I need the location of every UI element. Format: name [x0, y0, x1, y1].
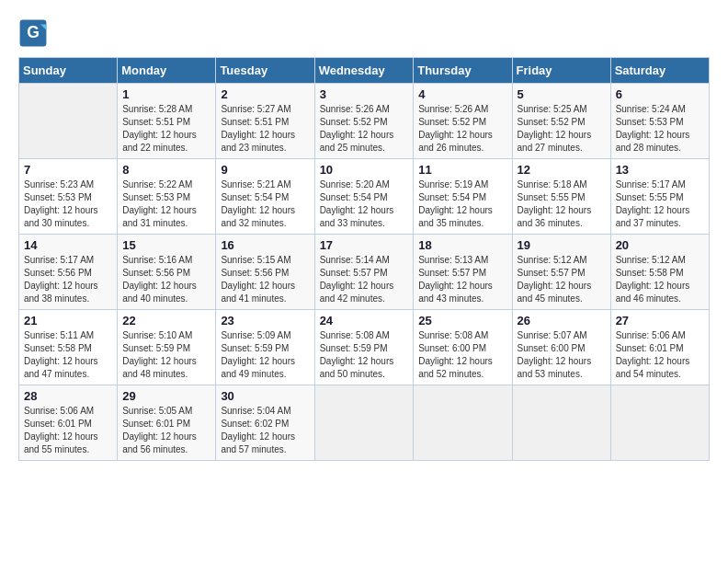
day-info: Sunrise: 5:13 AM Sunset: 5:57 PM Dayligh…	[418, 254, 506, 305]
day-info: Sunrise: 5:09 AM Sunset: 5:59 PM Dayligh…	[221, 329, 309, 381]
day-info: Sunrise: 5:25 AM Sunset: 5:52 PM Dayligh…	[518, 103, 606, 155]
calendar-cell: 14Sunrise: 5:17 AM Sunset: 5:56 PM Dayli…	[19, 235, 118, 310]
logo: G	[18, 18, 51, 48]
day-number: 18	[418, 238, 506, 252]
day-number: 5	[518, 87, 606, 101]
day-info: Sunrise: 5:16 AM Sunset: 5:56 PM Dayligh…	[122, 254, 210, 305]
day-number: 8	[122, 163, 210, 177]
day-info: Sunrise: 5:08 AM Sunset: 5:59 PM Dayligh…	[320, 329, 409, 381]
day-number: 21	[24, 314, 112, 327]
header-day: Saturday	[610, 58, 709, 84]
calendar-cell: 15Sunrise: 5:16 AM Sunset: 5:56 PM Dayli…	[118, 235, 216, 310]
header-row: SundayMondayTuesdayWednesdayThursdayFrid…	[19, 58, 710, 84]
calendar-header: SundayMondayTuesdayWednesdayThursdayFrid…	[19, 58, 710, 84]
calendar-cell	[512, 385, 610, 461]
day-number: 1	[122, 87, 210, 101]
calendar-cell: 4Sunrise: 5:26 AM Sunset: 5:52 PM Daylig…	[414, 84, 512, 159]
day-info: Sunrise: 5:06 AM Sunset: 6:01 PM Dayligh…	[616, 329, 704, 381]
day-info: Sunrise: 5:05 AM Sunset: 6:01 PM Dayligh…	[122, 405, 210, 456]
day-info: Sunrise: 5:12 AM Sunset: 5:58 PM Dayligh…	[616, 254, 704, 305]
calendar-cell: 25Sunrise: 5:08 AM Sunset: 6:00 PM Dayli…	[414, 310, 512, 385]
day-info: Sunrise: 5:27 AM Sunset: 5:51 PM Dayligh…	[221, 103, 309, 155]
day-number: 12	[518, 163, 606, 177]
day-number: 15	[122, 238, 210, 252]
calendar-week-row: 14Sunrise: 5:17 AM Sunset: 5:56 PM Dayli…	[19, 235, 710, 310]
calendar-cell	[610, 385, 709, 461]
day-info: Sunrise: 5:08 AM Sunset: 6:00 PM Dayligh…	[418, 329, 506, 381]
calendar-cell: 17Sunrise: 5:14 AM Sunset: 5:57 PM Dayli…	[314, 235, 414, 310]
day-info: Sunrise: 5:15 AM Sunset: 5:56 PM Dayligh…	[221, 254, 309, 305]
calendar-cell: 11Sunrise: 5:19 AM Sunset: 5:54 PM Dayli…	[414, 159, 512, 235]
day-info: Sunrise: 5:04 AM Sunset: 6:02 PM Dayligh…	[221, 405, 309, 456]
calendar-cell: 16Sunrise: 5:15 AM Sunset: 5:56 PM Dayli…	[216, 235, 314, 310]
day-info: Sunrise: 5:21 AM Sunset: 5:54 PM Dayligh…	[221, 178, 309, 230]
calendar-body: 1Sunrise: 5:28 AM Sunset: 5:51 PM Daylig…	[19, 84, 710, 461]
day-number: 10	[320, 163, 409, 177]
day-number: 4	[418, 87, 506, 101]
logo-icon: G	[18, 18, 48, 48]
calendar-cell: 6Sunrise: 5:24 AM Sunset: 5:53 PM Daylig…	[610, 84, 709, 159]
page-header: G	[18, 18, 710, 48]
day-number: 23	[221, 314, 309, 327]
day-info: Sunrise: 5:18 AM Sunset: 5:55 PM Dayligh…	[518, 178, 606, 230]
day-number: 19	[518, 238, 606, 252]
day-number: 13	[616, 163, 704, 177]
day-info: Sunrise: 5:24 AM Sunset: 5:53 PM Dayligh…	[616, 103, 704, 155]
day-info: Sunrise: 5:14 AM Sunset: 5:57 PM Dayligh…	[320, 254, 409, 305]
calendar-cell: 20Sunrise: 5:12 AM Sunset: 5:58 PM Dayli…	[610, 235, 709, 310]
calendar-cell: 24Sunrise: 5:08 AM Sunset: 5:59 PM Dayli…	[314, 310, 414, 385]
calendar-week-row: 28Sunrise: 5:06 AM Sunset: 6:01 PM Dayli…	[19, 385, 710, 461]
calendar-cell: 26Sunrise: 5:07 AM Sunset: 6:00 PM Dayli…	[512, 310, 610, 385]
day-number: 17	[320, 238, 409, 252]
day-info: Sunrise: 5:28 AM Sunset: 5:51 PM Dayligh…	[122, 103, 210, 155]
calendar-cell: 28Sunrise: 5:06 AM Sunset: 6:01 PM Dayli…	[19, 385, 118, 461]
day-number: 22	[122, 314, 210, 327]
day-info: Sunrise: 5:07 AM Sunset: 6:00 PM Dayligh…	[518, 329, 606, 381]
day-number: 2	[221, 87, 309, 101]
calendar-cell	[19, 84, 118, 159]
day-info: Sunrise: 5:19 AM Sunset: 5:54 PM Dayligh…	[418, 178, 506, 230]
day-info: Sunrise: 5:26 AM Sunset: 5:52 PM Dayligh…	[320, 103, 409, 155]
calendar-cell: 30Sunrise: 5:04 AM Sunset: 6:02 PM Dayli…	[216, 385, 314, 461]
day-info: Sunrise: 5:12 AM Sunset: 5:57 PM Dayligh…	[518, 254, 606, 305]
calendar-cell: 23Sunrise: 5:09 AM Sunset: 5:59 PM Dayli…	[216, 310, 314, 385]
day-info: Sunrise: 5:17 AM Sunset: 5:56 PM Dayligh…	[24, 254, 112, 305]
day-number: 25	[418, 314, 506, 327]
calendar-cell: 22Sunrise: 5:10 AM Sunset: 5:59 PM Dayli…	[118, 310, 216, 385]
day-info: Sunrise: 5:20 AM Sunset: 5:54 PM Dayligh…	[320, 178, 409, 230]
day-number: 7	[24, 163, 112, 177]
calendar-cell: 10Sunrise: 5:20 AM Sunset: 5:54 PM Dayli…	[314, 159, 414, 235]
calendar-cell: 21Sunrise: 5:11 AM Sunset: 5:58 PM Dayli…	[19, 310, 118, 385]
calendar-cell: 2Sunrise: 5:27 AM Sunset: 5:51 PM Daylig…	[216, 84, 314, 159]
calendar-week-row: 1Sunrise: 5:28 AM Sunset: 5:51 PM Daylig…	[19, 84, 710, 159]
day-info: Sunrise: 5:06 AM Sunset: 6:01 PM Dayligh…	[24, 405, 112, 456]
calendar-cell: 7Sunrise: 5:23 AM Sunset: 5:53 PM Daylig…	[19, 159, 118, 235]
header-day: Sunday	[19, 58, 118, 84]
calendar-cell: 13Sunrise: 5:17 AM Sunset: 5:55 PM Dayli…	[610, 159, 709, 235]
day-info: Sunrise: 5:23 AM Sunset: 5:53 PM Dayligh…	[24, 178, 112, 230]
calendar-table: SundayMondayTuesdayWednesdayThursdayFrid…	[18, 57, 710, 461]
day-number: 30	[221, 389, 309, 403]
day-number: 11	[418, 163, 506, 177]
calendar-cell: 12Sunrise: 5:18 AM Sunset: 5:55 PM Dayli…	[512, 159, 610, 235]
calendar-week-row: 7Sunrise: 5:23 AM Sunset: 5:53 PM Daylig…	[19, 159, 710, 235]
day-number: 28	[24, 389, 112, 403]
header-day: Thursday	[414, 58, 512, 84]
day-number: 16	[221, 238, 309, 252]
day-number: 20	[616, 238, 704, 252]
header-day: Monday	[118, 58, 216, 84]
day-info: Sunrise: 5:11 AM Sunset: 5:58 PM Dayligh…	[24, 329, 112, 381]
calendar-cell: 5Sunrise: 5:25 AM Sunset: 5:52 PM Daylig…	[512, 84, 610, 159]
day-number: 29	[122, 389, 210, 403]
svg-text:G: G	[27, 23, 40, 41]
calendar-cell: 9Sunrise: 5:21 AM Sunset: 5:54 PM Daylig…	[216, 159, 314, 235]
calendar-week-row: 21Sunrise: 5:11 AM Sunset: 5:58 PM Dayli…	[19, 310, 710, 385]
calendar-cell: 8Sunrise: 5:22 AM Sunset: 5:53 PM Daylig…	[118, 159, 216, 235]
calendar-cell: 29Sunrise: 5:05 AM Sunset: 6:01 PM Dayli…	[118, 385, 216, 461]
header-day: Tuesday	[216, 58, 314, 84]
calendar-cell	[414, 385, 512, 461]
day-number: 9	[221, 163, 309, 177]
day-info: Sunrise: 5:22 AM Sunset: 5:53 PM Dayligh…	[122, 178, 210, 230]
calendar-cell: 19Sunrise: 5:12 AM Sunset: 5:57 PM Dayli…	[512, 235, 610, 310]
day-number: 24	[320, 314, 409, 327]
